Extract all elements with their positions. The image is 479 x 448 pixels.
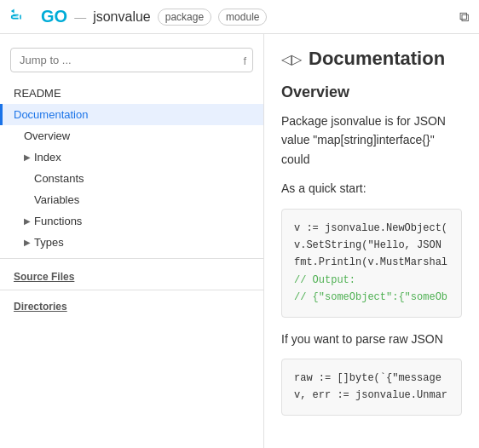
sidebar-item-functions[interactable]: ▶ Functions	[0, 210, 263, 232]
doc-para-2: As a quick start:	[281, 179, 462, 198]
nav-icon: —	[74, 10, 86, 24]
sidebar-item-types[interactable]: ▶ Types	[0, 232, 263, 253]
main-layout: f README Documentation Overview ▶ Index …	[0, 34, 479, 448]
sidebar-item-documentation[interactable]: Documentation	[0, 104, 263, 125]
sidebar-item-readme[interactable]: README	[0, 83, 263, 104]
sidebar-item-overview[interactable]: Overview	[0, 125, 263, 146]
doc-header: ◁▷ Documentation	[281, 48, 462, 70]
sidebar-item-source-files[interactable]: Source Files	[0, 264, 263, 286]
code-line-6: raw := []byte(`{"message	[294, 370, 449, 387]
sidebar-item-index[interactable]: ▶ Index	[0, 146, 263, 168]
chevron-icon-index: ▶	[24, 152, 31, 162]
code-line-2: v.SetString("Hello, JSON	[294, 237, 449, 254]
package-name: jsonvalue	[93, 9, 151, 25]
doc-para-1: Package jsonvalue is for JSON value "map…	[281, 112, 462, 169]
sidebar-item-constants[interactable]: Constants	[0, 168, 263, 189]
divider-2	[0, 290, 263, 290]
code-line-5: // {"someObject":{"someOb	[294, 289, 449, 306]
code-block-2: raw := []byte(`{"message v, err := jsonv…	[281, 359, 462, 416]
chevron-icon-types: ▶	[24, 238, 31, 247]
badge-package[interactable]: package	[158, 9, 211, 26]
page-title: Documentation	[309, 48, 445, 70]
search-box: f	[10, 48, 253, 72]
code-line-7: v, err := jsonvalue.Unmar	[294, 387, 449, 404]
copy-icon[interactable]: ⧉	[459, 9, 469, 25]
main-content: ◁▷ Documentation Overview Package jsonva…	[264, 34, 479, 448]
badge-module[interactable]: module	[218, 9, 267, 26]
overview-title: Overview	[281, 83, 462, 101]
doc-para-3: If you want to parse raw JSON	[281, 330, 462, 348]
divider-1	[0, 258, 263, 259]
code-line-1: v := jsonvalue.NewObject(	[294, 220, 449, 237]
code-block-1: v := jsonvalue.NewObject( v.SetString("H…	[281, 209, 462, 318]
search-input[interactable]	[10, 48, 253, 72]
go-logo[interactable]: GO	[10, 7, 67, 26]
go-logo-text: GO	[41, 7, 67, 26]
search-shortcut-icon: f	[243, 54, 246, 66]
go-logo-svg	[10, 8, 38, 26]
header: GO — jsonvalue package module ⧉	[0, 0, 479, 34]
svg-marker-1	[11, 9, 14, 13]
code-line-3: fmt.Println(v.MustMarshal	[294, 254, 449, 271]
code-line-4: // Output:	[294, 272, 449, 289]
sidebar-item-variables[interactable]: Variables	[0, 189, 263, 210]
sidebar-item-directories[interactable]: Directories	[0, 294, 263, 316]
sidebar: f README Documentation Overview ▶ Index …	[0, 34, 264, 448]
chevron-icon-functions: ▶	[24, 216, 31, 226]
doc-header-icon: ◁▷	[281, 51, 302, 67]
